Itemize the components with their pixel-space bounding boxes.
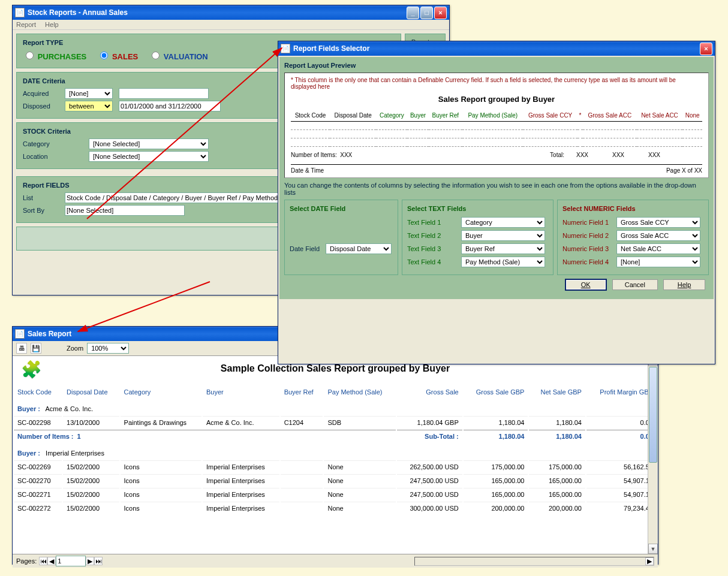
table-row: SC-00229813/10/2000Paintings & DrawingsA…	[14, 416, 657, 429]
cancel-button[interactable]: Cancel	[612, 279, 658, 290]
numeric-field-select-0[interactable]: Gross Sale CCY	[616, 217, 700, 228]
table-row: SC-00227115/02/2000IconsImperial Enterpr…	[14, 488, 657, 500]
table-row: SC-00227215/02/2000IconsImperial Enterpr…	[14, 502, 657, 514]
zoom-select[interactable]: 100%	[87, 343, 129, 354]
sort-input[interactable]	[65, 205, 185, 216]
scroll-right-button[interactable]: ▶	[645, 557, 654, 565]
radio-valuation[interactable]: VALUATION	[149, 50, 208, 61]
help-button[interactable]: Help	[663, 279, 705, 290]
preview-note: * This column is the only one that can c…	[291, 77, 702, 90]
logo-icon: 🧩	[21, 360, 45, 384]
date-field-label: Date Field	[290, 245, 326, 252]
category-label: Category	[23, 140, 89, 147]
location-label: Location	[23, 153, 89, 160]
text-fields-section: Select TEXT Fields Text Field 1CategoryT…	[402, 200, 553, 275]
preview-heading: Report Layout Preview	[284, 62, 709, 69]
disposed-label: Disposed	[23, 102, 65, 110]
preview-table: Stock CodeDisposal DateCategoryBuyerBuye…	[291, 110, 702, 147]
prev-page-button[interactable]: ◀	[47, 557, 56, 565]
button-bar: OK Cancel Help	[284, 275, 709, 294]
category-select[interactable]: [None Selected]	[89, 138, 209, 149]
datetime-label: Date & Time	[291, 167, 324, 174]
titlebar[interactable]: 📄 Stock Reports - Annual Sales _ □ ×	[13, 5, 449, 20]
pages-label: Pages:	[16, 557, 37, 565]
table-row: SC-00226915/02/2000IconsImperial Enterpr…	[14, 460, 657, 473]
report-body: 🧩 Sample Collection Sales Report grouped…	[13, 356, 658, 554]
menu-report[interactable]: Report	[16, 21, 36, 28]
report-table: Stock CodeDisposal DateCategoryBuyerBuye…	[13, 385, 658, 515]
report-icon: 📄	[15, 329, 25, 339]
page-label: Page X of XX	[666, 167, 702, 174]
text-field-label: Text Field 2	[407, 232, 461, 239]
last-page-button[interactable]: ⏭	[94, 557, 103, 565]
acquired-label: Acquired	[23, 90, 65, 97]
preview-box: * This column is the only one that can c…	[284, 73, 709, 178]
text-field-label: Text Field 1	[407, 219, 461, 226]
maximize-button[interactable]: □	[420, 7, 433, 19]
menu-help[interactable]: Help	[45, 21, 59, 28]
numeric-fields-section: Select NUMERIC Fields Numeric Field 1Gro…	[557, 200, 709, 275]
menubar: Report Help	[13, 20, 449, 30]
table-row: SC-00227015/02/2000IconsImperial Enterpr…	[14, 474, 657, 487]
numeric-field-label: Numeric Field 2	[562, 232, 616, 239]
text-field-select-0[interactable]: Category	[461, 217, 545, 228]
sort-label: Sort By	[23, 207, 65, 214]
text-field-select-3[interactable]: Pay Method (Sale)	[461, 257, 545, 267]
page-input[interactable]	[56, 556, 86, 566]
scroll-down-button[interactable]: ▼	[648, 544, 658, 554]
window-title: Report Fields Selector	[293, 44, 369, 53]
pager: Pages: ⏮ ◀ ▶ ⏭ ▶	[13, 554, 658, 568]
window-title: Stock Reports - Annual Sales	[28, 8, 128, 17]
text-field-label: Text Field 3	[407, 245, 461, 252]
numeric-field-select-1[interactable]: Gross Sale ACC	[616, 230, 700, 241]
window-title: Sales Report	[28, 330, 71, 338]
disposed-input[interactable]	[119, 101, 221, 111]
close-button[interactable]: ×	[434, 7, 447, 19]
scroll-thumb[interactable]	[649, 367, 657, 463]
preview-title: Sales Report grouped by Buyer	[291, 95, 702, 104]
export-icon[interactable]: 💾	[31, 343, 41, 354]
disposed-select[interactable]: between	[65, 101, 113, 111]
vertical-scrollbar[interactable]: ▲ ▼	[648, 356, 658, 554]
text-field-select-1[interactable]: Buyer	[461, 230, 545, 241]
list-label: List	[23, 194, 65, 201]
radio-sales[interactable]: SALES	[97, 50, 138, 61]
numeric-field-label: Numeric Field 4	[562, 258, 616, 266]
fields-selector-window: 📄 Report Fields Selector × Report Layout…	[278, 41, 715, 364]
first-page-button[interactable]: ⏮	[39, 557, 47, 565]
text-field-label: Text Field 4	[407, 258, 461, 266]
zoom-label: Zoom	[67, 345, 83, 352]
app-icon: 📄	[281, 44, 290, 53]
text-field-select-2[interactable]: Buyer Ref	[461, 243, 545, 254]
numeric-field-select-3[interactable]: [None]	[616, 257, 700, 267]
numeric-field-select-2[interactable]: Net Sale ACC	[616, 243, 700, 254]
numeric-field-label: Numeric Field 1	[562, 219, 616, 226]
horizontal-scrollbar[interactable]: ▶	[414, 557, 654, 566]
acquired-select[interactable]: [None]	[65, 88, 113, 99]
ok-button[interactable]: OK	[565, 279, 607, 291]
radio-purchases[interactable]: PURCHASES	[23, 50, 86, 61]
minimize-button[interactable]: _	[407, 7, 419, 19]
next-page-button[interactable]: ▶	[86, 557, 94, 565]
instruction-text: You can change the contents of columns b…	[284, 182, 709, 196]
app-icon: 📄	[15, 8, 25, 17]
close-button[interactable]: ×	[700, 43, 712, 55]
print-icon[interactable]: 🖶	[16, 343, 27, 354]
numeric-field-label: Numeric Field 3	[562, 245, 616, 252]
location-select[interactable]: [None Selected]	[89, 151, 209, 162]
date-field-select[interactable]: Disposal Date	[326, 243, 392, 254]
date-field-section: Select DATE Field Date Field Disposal Da…	[284, 200, 398, 275]
titlebar[interactable]: 📄 Report Fields Selector ×	[278, 41, 715, 56]
acquired-input[interactable]	[119, 88, 209, 99]
